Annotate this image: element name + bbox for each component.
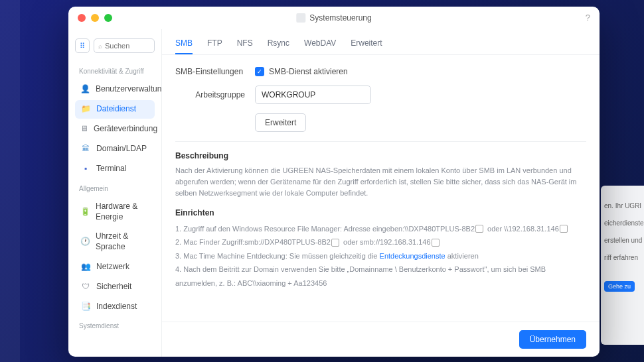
sidebar-item-device-connection[interactable]: 🖥 Geräteverbindung (75, 120, 155, 139)
workgroup-label: Arbeitsgruppe (175, 90, 255, 99)
sidebar: ⠿ ⌕ Konnektivität & Zugriff 👤 Benutzerve… (68, 29, 161, 357)
sidebar-item-security[interactable]: 🛡 Sicherheit (75, 277, 155, 296)
control-panel-window: Systemsteuerung ? ⠿ ⌕ Konnektivität & Zu… (68, 7, 600, 357)
setup-line-3: 3. Mac Time Machine Entdeckung: Sie müss… (175, 249, 586, 263)
sidebar-section-connectivity: Konnektivität & Zugriff (75, 62, 155, 79)
sidebar-item-index[interactable]: 📑 Indexdienst (75, 297, 155, 316)
copy-icon[interactable] (477, 226, 483, 233)
close-window-button[interactable] (78, 14, 86, 22)
sidebar-item-user-management[interactable]: 👤 Benutzerverwaltung (75, 80, 155, 99)
tab-webdav[interactable]: WebDAV (304, 38, 336, 54)
apply-button[interactable]: Übernehmen (519, 330, 586, 349)
sidebar-item-hardware[interactable]: 🔋 Hardware & Energie (75, 198, 155, 226)
sidebar-item-label: Netzwerk (96, 262, 129, 272)
sidebar-section-general: Allgemein (75, 180, 155, 196)
smb-enable-label: SMB-Dienst aktivieren (269, 67, 348, 76)
setup-line-1: 1. Zugriff auf den Windows Resource File… (175, 222, 586, 235)
search-icon: ⌕ (98, 42, 102, 50)
maximize-window-button[interactable] (104, 14, 112, 22)
discovery-services-link[interactable]: Entdeckungsdienste (380, 252, 445, 260)
sidebar-item-label: Benutzerverwaltung (96, 84, 161, 95)
setup-title: Einrichten (175, 208, 586, 217)
sidebar-item-time-language[interactable]: 🕐 Uhrzeit & Sprache (75, 227, 155, 256)
smb-enable-checkbox[interactable]: ✓ (255, 67, 264, 76)
device-icon: 🖥 (80, 124, 88, 135)
background-goto-button[interactable]: Gehe zu (604, 281, 635, 292)
titlebar: Systemsteuerung ? (68, 7, 600, 29)
folder-icon: 📁 (80, 104, 91, 115)
tab-rsync[interactable]: Rsync (268, 38, 289, 54)
clock-icon: 🕐 (80, 237, 90, 247)
advanced-button[interactable]: Erweitert (255, 113, 306, 132)
divider (175, 141, 586, 142)
sidebar-item-label: Dateidienst (96, 104, 136, 115)
hardware-icon: 🔋 (80, 207, 90, 217)
sidebar-item-label: Domain/LDAP (96, 144, 147, 154)
sidebar-item-terminal[interactable]: ▪ Terminal (75, 160, 155, 178)
network-icon: 👥 (80, 261, 91, 272)
domain-icon: 🏛 (80, 144, 91, 154)
sidebar-item-file-service[interactable]: 📁 Dateidienst (75, 100, 155, 119)
app-grid-icon[interactable]: ⠿ (75, 38, 90, 53)
workgroup-input[interactable] (255, 86, 371, 104)
tab-ftp[interactable]: FTP (207, 38, 222, 54)
user-icon: 👤 (80, 84, 90, 95)
sidebar-item-label: Uhrzeit & Sprache (96, 231, 149, 252)
background-panel: en. Ihr UGRI eicherdienste erstellen und… (601, 186, 644, 345)
sidebar-item-label: Geräteverbindung (94, 124, 157, 135)
sidebar-item-domain-ldap[interactable]: 🏛 Domain/LDAP (75, 140, 155, 158)
minimize-window-button[interactable] (91, 14, 99, 22)
sidebar-item-network[interactable]: 👥 Netzwerk (75, 257, 155, 276)
sidebar-item-label: Indexdienst (96, 302, 137, 312)
tab-nfs[interactable]: NFS (237, 38, 253, 54)
sidebar-item-label: Sicherheit (96, 282, 131, 292)
sidebar-item-label: Hardware & Energie (96, 202, 149, 222)
tabs: SMB FTP NFS Rsync WebDAV Erweitert (162, 29, 600, 55)
description-text: Nach der Aktivierung können die UGREEN N… (175, 165, 586, 199)
tab-advanced[interactable]: Erweitert (351, 38, 382, 54)
window-icon (296, 13, 305, 23)
copy-icon[interactable] (333, 240, 339, 247)
search-box[interactable]: ⌕ (94, 38, 155, 53)
smb-settings-label: SMB-Einstellungen (175, 67, 255, 76)
tab-smb[interactable]: SMB (175, 38, 193, 54)
setup-line-4: 4. Nach dem Beitritt zur Domain verwende… (175, 263, 586, 290)
copy-icon[interactable] (433, 240, 440, 247)
description-title: Beschreibung (175, 151, 586, 160)
copy-icon[interactable] (561, 226, 568, 233)
shield-icon: 🛡 (80, 281, 91, 292)
sidebar-item-label: Terminal (96, 164, 126, 174)
window-title: Systemsteuerung (309, 13, 371, 23)
index-icon: 📑 (80, 301, 91, 312)
terminal-icon: ▪ (80, 164, 91, 174)
setup-line-2: 2. Mac Finder Zugriff:smb://DXP480TPLUS-… (175, 235, 586, 249)
sidebar-section-system: Systemdienst (75, 317, 155, 333)
help-icon[interactable]: ? (586, 13, 590, 23)
search-input[interactable] (105, 42, 150, 50)
